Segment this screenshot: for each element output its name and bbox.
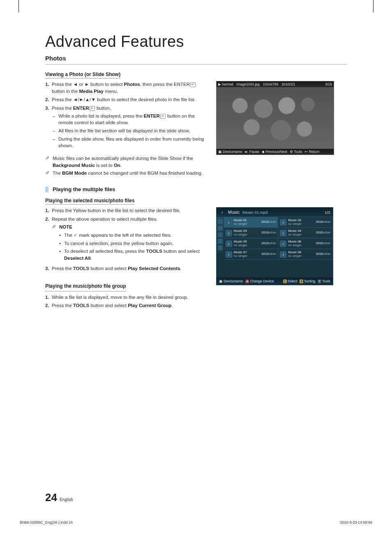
music-note-icon: ♪ (226, 230, 232, 236)
bar-heading: Playing the multiple files (45, 186, 347, 192)
music-note-icon: ♪ (280, 240, 286, 247)
music-title: Music (228, 210, 240, 215)
music-bottom-bar: ▣ Devicename AChange Device ESelect BSor… (217, 277, 333, 285)
section-heading: Photos (45, 55, 347, 62)
music-app-icon: ♪ (219, 209, 226, 215)
note-icon (52, 224, 59, 231)
bullet-text: The mark appears to the left of the sele… (64, 232, 172, 239)
music-cell: ♪Music 03no singer2010other (224, 228, 279, 238)
bleed-right: 2010-3-23 14:50:59 (340, 520, 372, 525)
bullet-text: To cancel a selection, press the yellow … (64, 240, 173, 247)
date-label: 2010/2/1 (281, 82, 295, 86)
photo-bottom-bar: ▣ Devicename ⏯ Pause ◆ Previous/Next ⚙ T… (217, 149, 334, 155)
music-cell: ♪Music 06no singer2010other (278, 238, 333, 249)
step-text: Press the ◄ or ► button to select Photos… (52, 81, 209, 95)
dash-text: While a photo list is displayed, press t… (58, 113, 209, 126)
music-top-bar: ♪ Music /Music 01.mp3 1/2 (217, 208, 333, 217)
side-icon (218, 239, 223, 244)
music-cell: ♪Music 01no singer2010other (224, 217, 279, 228)
music-sidebar (217, 217, 224, 260)
note-icon (45, 155, 53, 169)
music-cell: ♪Music 08no singer2010other (278, 249, 333, 260)
music-count: 1/2 (325, 210, 330, 215)
music-note-icon: ♪ (280, 230, 286, 236)
photo-content (217, 87, 334, 149)
page-title: Advanced Features (45, 33, 347, 51)
side-icon (218, 219, 223, 224)
divider (45, 64, 347, 65)
enter-icon: ↵ (190, 82, 196, 87)
step-text: Press the TOOLS button and select Play C… (52, 302, 173, 309)
dash-text: All files in the file list section will … (58, 127, 190, 134)
step-text: Press the Yellow button in the file list… (52, 207, 180, 214)
music-cell: ♪Music 05no singer2010other (224, 238, 279, 249)
side-icon (218, 232, 223, 237)
crop-mark (373, 0, 374, 12)
bar-icon (45, 187, 48, 192)
step-text: Repeat the above operation to select mul… (52, 216, 209, 263)
music-grid: ♪Music 01no singer2010other♪Music 02no s… (224, 217, 333, 260)
step-list: 1. Press the ◄ or ► button to select Pho… (45, 81, 209, 151)
sub-heading: Playing the music/photo file group (45, 283, 126, 291)
bleed-left: BN68-02589C_Eng(26-).indd 24 (20, 520, 73, 525)
viewing-block: Viewing a Photo (or Slide Show) 1. Press… (45, 70, 347, 178)
music-cell: ♪Music 04no singer2010other (278, 228, 333, 238)
side-icon (218, 226, 223, 231)
music-note-icon: ♪ (226, 219, 232, 226)
photo-top-bar: ▶ Normal Image1024.jpg 1024x768 2010/2/1… (217, 81, 334, 87)
enter-icon: ↵ (90, 106, 95, 111)
enter-icon: ↵ (160, 114, 166, 119)
bleed-info: BN68-02589C_Eng(26-).indd 24 2010-3-23 1… (20, 520, 372, 525)
mode-label: ▶ Normal (218, 82, 233, 86)
dash-text: During the slide show, files are display… (58, 136, 209, 149)
music-note-icon: ♪ (280, 219, 286, 226)
note-text: Music files can be automatically played … (53, 155, 209, 169)
check-icon (74, 232, 78, 236)
filename-label: Image1024.jpg (237, 82, 260, 86)
note-label: NOTE (59, 224, 72, 231)
resolution-label: 1024x768 (263, 82, 278, 86)
music-cell: ♪Music 02no singer2010other (278, 217, 333, 228)
step-text: Press the TOOLS button and select Play S… (52, 265, 182, 272)
bullet-text: To deselect all selected files, press th… (64, 248, 209, 261)
music-note-icon: ♪ (280, 251, 286, 258)
step-text: While a file list is displayed, move to … (52, 294, 188, 301)
note-icon (45, 170, 53, 177)
page-footer: 24 English (45, 491, 73, 504)
music-list-screenshot: ♪ Music /Music 01.mp3 1/2 ♪Music 01no si… (216, 207, 333, 285)
step-text: Press the ENTER↵ button. While a photo l… (52, 105, 209, 151)
manual-page: Advanced Features Photos Viewing a Photo… (0, 0, 392, 543)
step-text: Press the ◄/►/▲/▼ button to select the d… (52, 96, 196, 103)
page-language: English (60, 497, 73, 502)
music-note-icon: ♪ (226, 240, 232, 247)
note-text: The BGM Mode cannot be changed until the… (53, 170, 203, 177)
music-path: /Music 01.mp3 (242, 210, 268, 215)
photo-viewer-screenshot: ▶ Normal Image1024.jpg 1024x768 2010/2/1… (216, 81, 334, 155)
music-note-icon: ♪ (226, 251, 232, 258)
crop-mark (18, 0, 19, 12)
side-icon (218, 245, 223, 250)
page-number: 24 (45, 491, 57, 504)
index-label: 3/15 (325, 82, 332, 86)
sub-heading: Playing the selected music/photo files (45, 198, 134, 205)
sub-heading: Viewing a Photo (or Slide Show) (45, 72, 120, 79)
music-cell: ♪Music 07no singer2010other (224, 249, 279, 260)
